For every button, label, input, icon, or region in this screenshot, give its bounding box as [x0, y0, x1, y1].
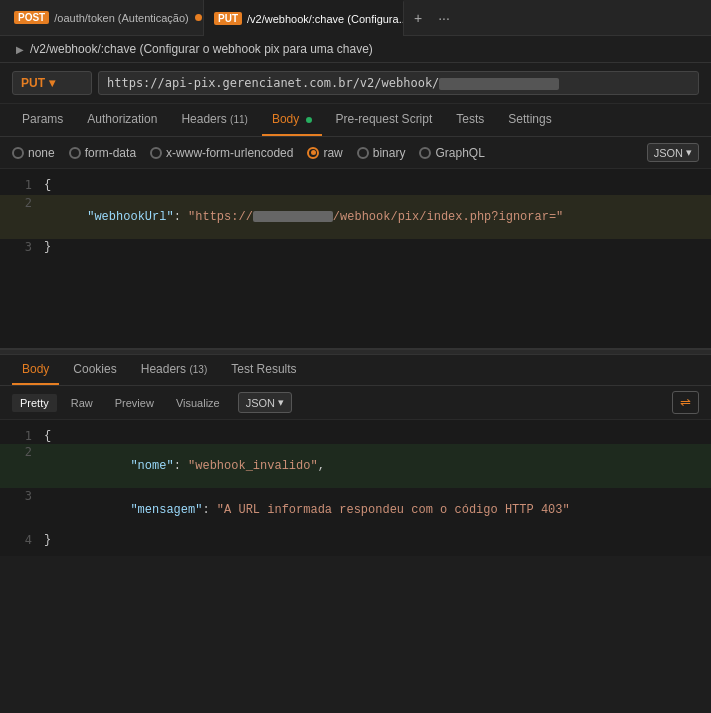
more-tabs-button[interactable]: ··· — [432, 8, 456, 28]
radio-raw-icon — [307, 147, 319, 159]
body-type-formdata[interactable]: form-data — [69, 146, 136, 160]
url-text: https://api-pix.gerencianet.com.br/v2/we… — [107, 76, 439, 90]
code-brace-open: { — [44, 178, 51, 192]
resp-line-2: 2 "nome": "webhook_invalido", — [0, 444, 711, 488]
radio-none-icon — [12, 147, 24, 159]
tab-headers[interactable]: Headers (11) — [171, 104, 258, 136]
resp-tab-headers[interactable]: Headers (13) — [131, 355, 218, 385]
tab-post-oauth[interactable]: POST /oauth/token (Autenticação) — [4, 0, 204, 36]
resp-visualize-button[interactable]: Visualize — [168, 394, 228, 412]
tab-body-dot — [306, 117, 312, 123]
resp-line-num-2: 2 — [8, 445, 32, 487]
code-line-1: 1 { — [0, 177, 711, 195]
body-type-raw-label: raw — [323, 146, 342, 160]
tab-authorization[interactable]: Authorization — [77, 104, 167, 136]
method-chevron-icon: ▾ — [49, 76, 55, 90]
breadcrumb: ▶ /v2/webhook/:chave (Configurar o webho… — [0, 36, 711, 63]
body-type-none-label: none — [28, 146, 55, 160]
request-bar: PUT ▾ https://api-pix.gerencianet.com.br… — [0, 63, 711, 104]
tab-prerequest-label: Pre-request Script — [336, 112, 433, 126]
radio-formdata-icon — [69, 147, 81, 159]
tab-prerequest[interactable]: Pre-request Script — [326, 104, 443, 136]
tab-tests-label: Tests — [456, 112, 484, 126]
line-num-2: 2 — [8, 196, 32, 210]
body-type-formdata-label: form-data — [85, 146, 136, 160]
response-tabs: Body Cookies Headers (13) Test Results — [0, 355, 711, 386]
body-type-bar: none form-data x-www-form-urlencoded raw… — [0, 137, 711, 169]
body-type-none[interactable]: none — [12, 146, 55, 160]
tab-settings-label: Settings — [508, 112, 551, 126]
request-body-editor[interactable]: 1 { 2 "webhookUrl": "https:///webhook/pi… — [0, 169, 711, 349]
resp-tab-testresults[interactable]: Test Results — [221, 355, 306, 385]
json-format-chevron-icon: ▾ — [686, 146, 692, 159]
line-num-1: 1 — [8, 178, 32, 192]
resp-brace-open: { — [44, 429, 51, 443]
tab-put-webhook[interactable]: PUT /v2/webhook/:chave (Configura... — [204, 0, 404, 36]
body-type-raw[interactable]: raw — [307, 146, 342, 160]
code-kv-1: "webhookUrl": "https:///webhook/pix/inde… — [44, 196, 563, 238]
tab-headers-label: Headers — [181, 112, 226, 126]
method-select[interactable]: PUT ▾ — [12, 71, 92, 95]
breadcrumb-text: /v2/webhook/:chave (Configurar o webhook… — [30, 42, 373, 56]
tab-params[interactable]: Params — [12, 104, 73, 136]
resp-tab-body-label: Body — [22, 362, 49, 376]
json-format-select[interactable]: JSON ▾ — [647, 143, 699, 162]
tab-bar: POST /oauth/token (Autenticação) PUT /v2… — [0, 0, 711, 36]
resp-line-4: 4 } — [0, 532, 711, 548]
body-type-binary-label: binary — [373, 146, 406, 160]
resp-format-label: JSON — [246, 397, 275, 409]
response-toolbar: Pretty Raw Preview Visualize JSON ▾ ⇌ — [0, 386, 711, 420]
tab-tests[interactable]: Tests — [446, 104, 494, 136]
resp-wrap-button[interactable]: ⇌ — [672, 391, 699, 414]
resp-tab-body[interactable]: Body — [12, 355, 59, 385]
body-type-urlencoded[interactable]: x-www-form-urlencoded — [150, 146, 293, 160]
tab-headers-badge: (11) — [230, 114, 248, 125]
body-type-graphql[interactable]: GraphQL — [419, 146, 484, 160]
code-brace-close: } — [44, 240, 51, 254]
resp-tab-headers-label: Headers — [141, 362, 186, 376]
tab-actions: + ··· — [408, 8, 456, 28]
resp-line-num-1: 1 — [8, 429, 32, 443]
resp-tab-cookies-label: Cookies — [73, 362, 116, 376]
tab-post-badge: POST — [14, 11, 49, 24]
body-type-graphql-label: GraphQL — [435, 146, 484, 160]
code-line-2: 2 "webhookUrl": "https:///webhook/pix/in… — [0, 195, 711, 239]
tab-put-label: /v2/webhook/:chave (Configura... — [247, 13, 404, 25]
resp-tab-headers-badge: (13) — [189, 364, 207, 375]
add-tab-button[interactable]: + — [408, 8, 428, 28]
url-input[interactable]: https://api-pix.gerencianet.com.br/v2/we… — [98, 71, 699, 95]
radio-graphql-icon — [419, 147, 431, 159]
tab-post-label: /oauth/token (Autenticação) — [54, 12, 189, 24]
resp-line-num-3: 3 — [8, 489, 32, 531]
json-format-label: JSON — [654, 147, 683, 159]
tab-body-label: Body — [272, 112, 299, 126]
nav-tabs: Params Authorization Headers (11) Body P… — [0, 104, 711, 137]
response-panel: Body Cookies Headers (13) Test Results P… — [0, 355, 711, 556]
resp-kv-2: "mensagem": "A URL informada respondeu c… — [44, 489, 570, 531]
resp-raw-button[interactable]: Raw — [63, 394, 101, 412]
resp-kv-1: "nome": "webhook_invalido", — [44, 445, 325, 487]
resp-line-3: 3 "mensagem": "A URL informada respondeu… — [0, 488, 711, 532]
tab-body[interactable]: Body — [262, 104, 322, 136]
breadcrumb-arrow-icon: ▶ — [16, 44, 24, 55]
resp-pretty-button[interactable]: Pretty — [12, 394, 57, 412]
code-line-3: 3 } — [0, 239, 711, 257]
tab-put-badge: PUT — [214, 12, 242, 25]
tab-params-label: Params — [22, 112, 63, 126]
body-type-binary[interactable]: binary — [357, 146, 406, 160]
resp-format-chevron-icon: ▾ — [278, 396, 284, 409]
response-body-viewer: 1 { 2 "nome": "webhook_invalido", 3 "men… — [0, 420, 711, 556]
resp-tab-cookies[interactable]: Cookies — [63, 355, 126, 385]
resp-line-1: 1 { — [0, 428, 711, 444]
resp-tab-testresults-label: Test Results — [231, 362, 296, 376]
tab-authorization-label: Authorization — [87, 112, 157, 126]
tab-settings[interactable]: Settings — [498, 104, 561, 136]
resp-brace-close: } — [44, 533, 51, 547]
body-type-urlencoded-label: x-www-form-urlencoded — [166, 146, 293, 160]
resp-line-num-4: 4 — [8, 533, 32, 547]
method-label: PUT — [21, 76, 45, 90]
radio-binary-icon — [357, 147, 369, 159]
resp-format-select[interactable]: JSON ▾ — [238, 392, 292, 413]
resp-preview-button[interactable]: Preview — [107, 394, 162, 412]
line-num-3: 3 — [8, 240, 32, 254]
